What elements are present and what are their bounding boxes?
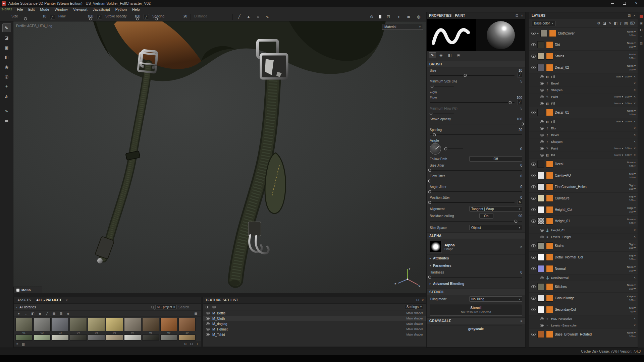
menu-item-python[interactable]: Python: [113, 7, 129, 11]
blend-mode-dropdown[interactable]: Mul ▾: [629, 53, 636, 56]
asset-thumbnail[interactable]: [178, 335, 196, 341]
opacity-dropdown[interactable]: 100 ▾: [627, 287, 636, 291]
mask-tab[interactable]: MASK: [13, 287, 42, 293]
import-resource-icon[interactable]: +: [196, 342, 198, 346]
layer-effect-row[interactable]: ◧FillSub ▾100 ▾×: [529, 73, 638, 80]
asset-thumbnail[interactable]: 03: [52, 318, 69, 335]
opacity-dropdown[interactable]: 100 ▾: [627, 68, 636, 71]
layer-effect-row[interactable]: ◧FillNorm ▾100 ▾×: [529, 152, 638, 159]
asset-thumbnail[interactable]: [106, 335, 123, 341]
remove-effect-icon[interactable]: ×: [634, 228, 636, 232]
layer-row[interactable]: Decal_01Norm ▾100 ▾: [529, 107, 638, 118]
ellipse-shape-icon[interactable]: ○: [255, 14, 261, 19]
visibility-eye-icon[interactable]: [540, 317, 544, 320]
blend-mode-dropdown[interactable]: Norm ▾: [627, 64, 636, 68]
slider-knob[interactable]: [514, 220, 517, 223]
layer-row[interactable]: Decal_02Norm ▾100 ▾: [529, 62, 638, 73]
asset-thumbnail[interactable]: [160, 335, 177, 341]
channel-selector-dropdown[interactable]: Base color ▾: [532, 21, 555, 26]
visibility-eye-icon[interactable]: [540, 102, 544, 105]
blend-mode-dropdown[interactable]: Norm ▾: [627, 109, 636, 113]
remove-effect-icon[interactable]: ×: [634, 75, 636, 78]
layer-row[interactable]: FineCurvature_HolesSlgt ▾100 ▾: [529, 181, 638, 193]
maximize-button[interactable]: [618, 0, 630, 7]
add-mask-icon[interactable]: ◪: [603, 21, 606, 25]
toggle-backface-culling[interactable]: On: [479, 213, 493, 219]
smudge-tool[interactable]: ◉: [2, 62, 11, 71]
visibility-eye-icon[interactable]: [206, 328, 210, 330]
tab-all-project[interactable]: ALL - PROJECT: [35, 298, 63, 302]
remove-effect-icon[interactable]: ×: [634, 276, 636, 280]
remove-effect-icon[interactable]: ×: [634, 133, 636, 137]
alpha-resource[interactable]: Alpha Shape ×: [427, 239, 525, 254]
slider-backface-culling[interactable]: [430, 221, 522, 222]
remove-effect-icon[interactable]: ×: [634, 317, 636, 320]
render-mode-icon[interactable]: ◑: [395, 14, 401, 19]
sync-icon[interactable]: ↻: [517, 200, 522, 205]
opacity-dropdown[interactable]: 100 ▾: [627, 298, 636, 302]
layer-row[interactable]: NormalNorm ▾100 ▾: [529, 263, 638, 275]
slider-knob[interactable]: [428, 201, 431, 204]
substance-share-icon[interactable]: [640, 15, 643, 18]
clone-stamp-tool[interactable]: ◎: [2, 72, 11, 81]
path-tool[interactable]: ∿: [2, 107, 11, 115]
tab-particles[interactable]: ◉: [437, 52, 445, 58]
asset-thumbnail[interactable]: [88, 335, 105, 341]
dock-panel-icon[interactable]: ◧: [640, 28, 643, 32]
refresh-shelf-icon[interactable]: ↻: [184, 342, 186, 346]
visibility-eye-icon[interactable]: [531, 267, 536, 270]
slider-knob[interactable]: [136, 17, 139, 20]
brush-preset-icon[interactable]: ╱: [97, 14, 102, 19]
layer-row[interactable]: Cavity+AOMul ▾100 ▾: [529, 170, 638, 181]
opacity-dropdown[interactable]: 100 ▾: [627, 34, 636, 37]
brush-preset-icon[interactable]: ╱: [144, 14, 149, 19]
texture-set-row[interactable]: M_BottleMain shader: [203, 310, 426, 316]
visibility-eye-icon[interactable]: [531, 308, 536, 311]
grayscale-resource-button[interactable]: grayscale: [430, 325, 522, 332]
menu-item-viewport[interactable]: Viewport: [70, 7, 90, 11]
triangle-shape-icon[interactable]: ▲: [246, 14, 252, 19]
slider-knob[interactable]: [509, 101, 512, 104]
opacity-dropdown[interactable]: 100 ▾: [625, 154, 632, 157]
angle-slider[interactable]: [444, 148, 463, 149]
dock-panel-icon[interactable]: ▤: [640, 42, 643, 45]
close-panel-icon[interactable]: ×: [633, 14, 635, 17]
dropdown-alignment[interactable]: Tangent | Wrap▾: [469, 206, 522, 212]
panel-options-icon[interactable]: ⊡: [516, 14, 518, 17]
visibility-eye-icon[interactable]: [540, 96, 544, 98]
filter-brushes-icon[interactable]: ╱: [45, 312, 49, 315]
blend-mode-dropdown[interactable]: Norm ▾: [627, 265, 636, 269]
slider-knob[interactable]: [429, 112, 432, 115]
layer-row[interactable]: Base_Brownish_RotatedNorm ▾100 ▾: [529, 329, 638, 340]
search-filter-chip[interactable]: All - project ×: [155, 305, 177, 309]
layer-row[interactable]: StainsMul ▾100 ▾: [529, 51, 638, 62]
slider-minimum-flow[interactable]: [430, 113, 454, 114]
remove-effect-icon[interactable]: ×: [634, 146, 636, 150]
tab-brush[interactable]: ✎: [429, 52, 436, 58]
blend-mode-dropdown[interactable]: Mul ▾: [629, 306, 636, 310]
visibility-eye-icon[interactable]: [206, 317, 210, 320]
add-smart-material-icon[interactable]: ƒ: [620, 21, 622, 25]
visibility-eye-icon[interactable]: [540, 120, 544, 123]
hardness-slider[interactable]: [430, 277, 522, 278]
layer-effect-row[interactable]: ƒBlur×: [529, 125, 638, 132]
blend-mode-dropdown[interactable]: Sub ▾: [616, 120, 623, 123]
visibility-eye-icon[interactable]: [531, 163, 536, 166]
panel-options-icon[interactable]: ⊡: [628, 14, 631, 17]
close-panel-icon[interactable]: ×: [422, 298, 424, 302]
clear-alpha-icon[interactable]: ×: [520, 245, 522, 249]
visibility-eye-icon[interactable]: [531, 220, 536, 223]
menu-item-help[interactable]: Help: [129, 7, 143, 11]
asset-thumbnail[interactable]: [124, 335, 141, 341]
layer-effect-row[interactable]: ⚓Height_01×: [529, 227, 638, 234]
tiling-mode-dropdown[interactable]: No Tiling ▾: [469, 296, 522, 302]
opacity-dropdown[interactable]: 100 ▾: [627, 221, 636, 225]
blend-mode-dropdown[interactable]: Norm ▾: [614, 95, 623, 98]
layer-effect-row[interactable]: ✎PaintNorm ▾100 ▾×: [529, 145, 638, 152]
opacity-dropdown[interactable]: 100 ▾: [629, 176, 636, 179]
slider-knob[interactable]: [521, 122, 524, 125]
visibility-eye-icon[interactable]: [540, 277, 544, 279]
tab-material[interactable]: ▣: [455, 52, 462, 58]
visibility-eye-icon[interactable]: [531, 285, 536, 288]
layer-row[interactable]: ColourDodgeCdge ▾100 ▾: [529, 293, 638, 304]
